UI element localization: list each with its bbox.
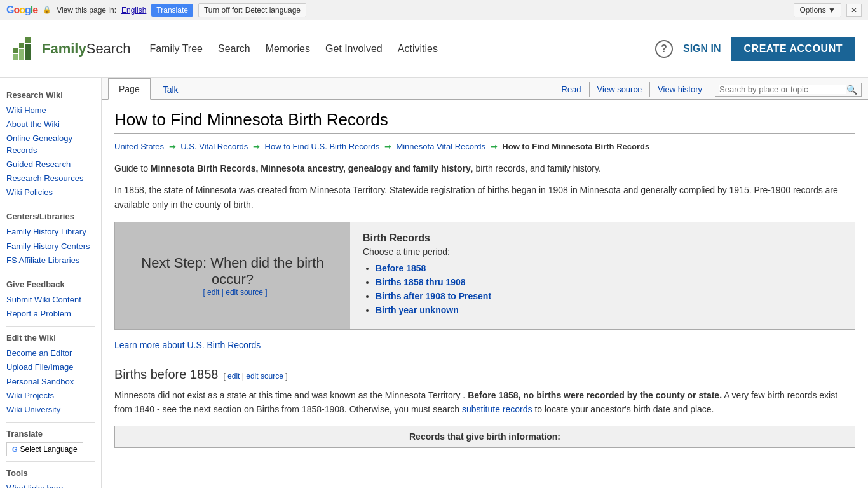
svg-rect-1 [19,43,24,48]
sidebar: Research Wiki Wiki Home About the Wiki O… [0,78,102,488]
google-g-small: G [12,445,18,453]
sign-in-button[interactable]: SIGN IN [683,43,721,55]
link-year-unknown[interactable]: Birth year unknown [376,305,459,315]
logo-link[interactable]: FamilySearch [13,36,130,62]
section-title-text: Births before 1858 [114,367,218,382]
sidebar-item-wiki-university[interactable]: Wiki University [6,403,95,417]
tab-view-history[interactable]: View history [650,82,710,97]
arrow-icon-4: ➡ [491,142,498,151]
sidebar-item-upload-file[interactable]: Upload File/Image [6,360,95,374]
sidebar-section-feedback: Give Feedback [6,280,95,289]
familysearch-logo-icon [13,36,38,62]
sidebar-item-sandbox[interactable]: Personal Sandbox [6,375,95,389]
list-item-1858-1908: Births 1858 thru 1908 [376,277,842,287]
breadcrumb-us-vital[interactable]: U.S. Vital Records [180,142,248,151]
section-body-1858: Minnesota did not exist as a state at th… [114,388,855,417]
list-item-year-unknown: Birth year unknown [376,305,842,315]
translate-button[interactable]: Translate [151,4,193,17]
article-intro: Guide to Minnesota Birth Records, Minnes… [114,161,855,175]
section-edit-source-link[interactable]: edit source [246,372,283,381]
info-box-edit-link[interactable]: edit [207,288,219,297]
create-account-button[interactable]: CREATE ACCOUNT [731,37,855,61]
sidebar-item-wiki-policies[interactable]: Wiki Policies [6,186,95,200]
help-icon[interactable]: ? [655,40,673,58]
turnoff-button[interactable]: Turn off for: Detect language [198,3,306,17]
learn-more-link[interactable]: Learn more about U.S. Birth Records [114,340,261,350]
link-1858-1908[interactable]: Births 1858 thru 1908 [376,277,466,287]
lock-icon: 🔒 [43,6,51,14]
translate-bar: Google 🔒 View this page in: English Tran… [0,0,868,20]
nav-search[interactable]: Search [218,41,250,57]
view-page-text: View this page in: [57,6,116,15]
arrow-icon-1: ➡ [169,142,176,151]
sidebar-item-research-resources[interactable]: Research Resources [6,172,95,186]
svg-rect-5 [25,44,31,60]
sidebar-item-about-wiki[interactable]: About the Wiki [6,118,95,132]
search-input[interactable] [719,85,846,94]
sidebar-section-centers: Centers/Libraries [6,212,95,221]
select-language-button[interactable]: G Select Language [6,442,83,456]
search-icon-button[interactable]: 🔍 [846,85,857,95]
nav-memories[interactable]: Memories [266,41,310,57]
tabs-bar: Page Talk Read View source View history … [102,78,868,100]
arrow-icon-3: ➡ [384,142,391,151]
records-box: Records that give birth information: [114,426,855,448]
info-box-edit-source-link[interactable]: edit source [226,288,263,297]
article-title: How to Find Minnesota Birth Records [114,110,855,134]
svg-rect-4 [13,54,18,60]
bold-no-births: Before 1858, no births were recorded by … [468,390,722,400]
breadcrumb-united-states[interactable]: United States [114,142,164,151]
tab-read[interactable]: Read [554,82,590,97]
options-button[interactable]: Options ▼ [794,3,841,17]
sidebar-item-wiki-projects[interactable]: Wiki Projects [6,389,95,403]
sidebar-item-affiliate[interactable]: FS Affiliate Libraries [6,254,95,268]
tab-view-source[interactable]: View source [590,82,651,97]
info-box: Next Step: When did the birth occur? [ e… [114,222,855,330]
sidebar-item-fhl[interactable]: Family History Library [6,225,95,239]
sidebar-item-submit-wiki[interactable]: Submit Wiki Content [6,293,95,307]
substitute-records-link[interactable]: substitute records [462,404,532,414]
breadcrumb-mn-vital[interactable]: Minnesota Vital Records [396,142,485,151]
choose-period-text: Choose a time period: [363,247,842,257]
sidebar-item-what-links[interactable]: What links here [6,482,95,488]
sidebar-item-wiki-home[interactable]: Wiki Home [6,104,95,118]
section-heading-1858: Births before 1858 [ edit | edit source … [114,367,855,382]
list-item-1908-present: Births after 1908 to Present [376,291,842,301]
page-layout: Research Wiki Wiki Home About the Wiki O… [0,78,868,488]
svg-rect-0 [13,48,18,53]
link-before-1858[interactable]: Before 1858 [376,263,426,273]
intro-bold: Minnesota Birth Records, Minnesota ances… [151,163,471,173]
svg-rect-2 [25,37,31,43]
section-edit-link[interactable]: edit [227,372,240,381]
tab-page[interactable]: Page [108,78,151,100]
breadcrumb-current: How to Find Minnesota Birth Records [502,142,649,151]
nav-family-tree[interactable]: Family Tree [149,41,203,57]
sidebar-item-online-genealogy[interactable]: Online Genealogy Records [6,132,95,157]
svg-rect-3 [19,49,24,60]
header-right: ? SIGN IN CREATE ACCOUNT [655,37,855,61]
records-box-header: Records that give birth information: [115,426,855,447]
list-item-before-1858: Before 1858 [376,263,842,273]
sidebar-item-report-problem[interactable]: Report a Problem [6,307,95,321]
next-step-text: Next Step: When did the birth occur? [141,255,323,287]
nav-activities[interactable]: Activities [398,41,438,57]
info-box-question: Next Step: When did the birth occur? [128,255,337,288]
close-button[interactable]: ✕ [846,4,862,17]
link-1908-present[interactable]: Births after 1908 to Present [376,291,491,301]
select-language-label: Select Language [20,445,78,454]
sidebar-item-guided-research[interactable]: Guided Research [6,158,95,172]
section-divider [114,358,855,358]
nav-get-involved[interactable]: Get Involved [325,41,383,57]
arrow-icon-2: ➡ [253,142,260,151]
tab-talk[interactable]: Talk [152,79,189,100]
section-edit-links: [ edit | edit source ] [223,372,287,381]
info-box-left: Next Step: When did the birth occur? [ e… [115,222,350,329]
breadcrumb: United States ➡ U.S. Vital Records ➡ How… [114,140,855,154]
sidebar-item-fhc[interactable]: Family History Centers [6,240,95,254]
language-link[interactable]: English [121,6,146,15]
learn-more: Learn more about U.S. Birth Records [114,340,855,350]
sidebar-section-edit-wiki: Edit the Wiki [6,333,95,342]
breadcrumb-us-birth[interactable]: How to Find U.S. Birth Records [265,142,380,151]
search-area: 🔍 [715,83,862,97]
sidebar-item-become-editor[interactable]: Become an Editor [6,346,95,360]
